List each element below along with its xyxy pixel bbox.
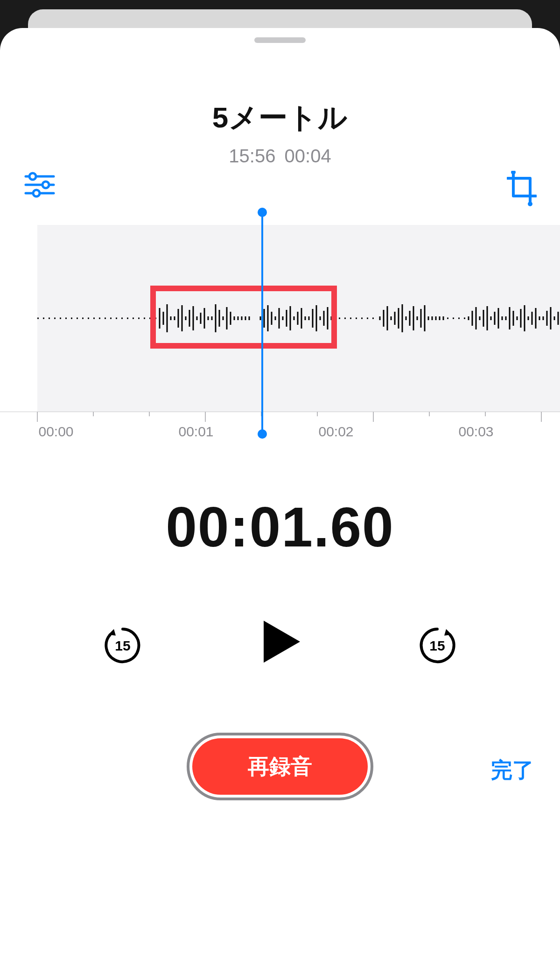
time-ruler: 00:00 00:01 00:02 00:03 <box>0 412 560 449</box>
title-block: 5メートル 15:56 00:04 <box>0 98 560 167</box>
rerecord-button-frame: 再録音 <box>187 733 373 800</box>
filters-button[interactable] <box>23 171 56 201</box>
toolbar <box>0 168 560 210</box>
skip-forward-button[interactable]: 15 <box>417 625 457 667</box>
bottom-bar: 再録音 完了 <box>0 733 560 826</box>
svg-point-5 <box>33 190 40 196</box>
play-button[interactable] <box>254 616 306 669</box>
meta-duration: 00:04 <box>285 146 331 166</box>
highlight-annotation <box>150 286 337 349</box>
sliders-icon <box>23 171 56 199</box>
ruler-label-0: 00:00 <box>38 424 73 440</box>
svg-point-7 <box>528 202 532 206</box>
recording-title[interactable]: 5メートル <box>0 98 560 137</box>
ruler-label-3: 00:03 <box>458 424 493 440</box>
crop-icon <box>507 171 537 206</box>
playhead[interactable] <box>261 212 263 434</box>
playback-controls: 15 15 <box>0 611 560 677</box>
meta-clock-time: 15:56 <box>229 146 275 166</box>
done-button[interactable]: 完了 <box>491 756 534 785</box>
ruler-label-1: 00:01 <box>178 424 213 440</box>
svg-point-3 <box>29 173 36 180</box>
recording-subtitle: 15:56 00:04 <box>0 146 560 167</box>
sheet-grabber[interactable] <box>254 37 306 43</box>
svg-text:15: 15 <box>429 638 445 653</box>
svg-point-4 <box>42 182 49 188</box>
rerecord-button[interactable]: 再録音 <box>192 738 368 795</box>
svg-point-6 <box>511 171 516 175</box>
svg-text:15: 15 <box>115 638 130 653</box>
crop-button[interactable] <box>507 171 537 208</box>
waveform-area[interactable] <box>0 225 560 412</box>
skip-back-15-icon: 15 <box>103 625 143 665</box>
recording-sheet: 5メートル 15:56 00:04 <box>0 28 560 966</box>
play-icon <box>254 616 306 667</box>
current-time: 00:01.60 <box>0 495 560 559</box>
rerecord-label: 再録音 <box>248 752 312 781</box>
skip-back-button[interactable]: 15 <box>103 625 143 667</box>
ruler-label-2: 00:02 <box>318 424 353 440</box>
skip-forward-15-icon: 15 <box>417 625 457 665</box>
